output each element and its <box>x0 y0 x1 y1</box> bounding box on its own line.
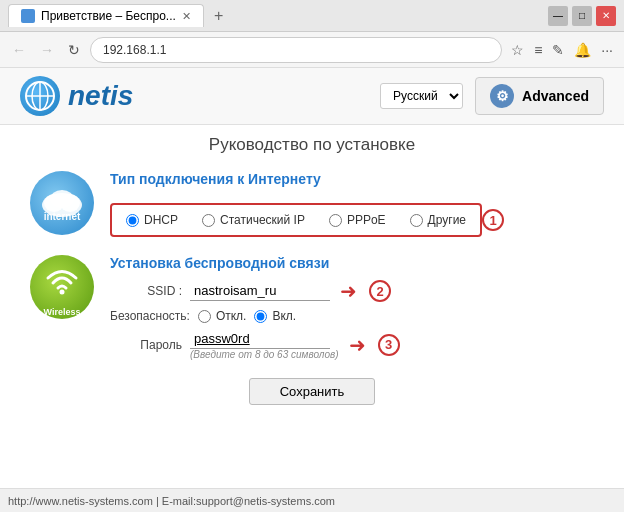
router-page: netis Русский ⚙ Advanced Руководство по … <box>0 68 624 488</box>
svg-point-7 <box>50 190 74 208</box>
advanced-label: Advanced <box>522 88 589 104</box>
static-ip-label: Статический IP <box>220 213 305 227</box>
pppoe-label: PPPoE <box>347 213 386 227</box>
ssid-input[interactable] <box>190 281 330 301</box>
pppoe-option[interactable]: PPPoE <box>329 213 386 227</box>
page-title: Руководство по установке <box>30 135 594 155</box>
wireless-section: Wireless Установка беспроводной связи SS… <box>30 255 594 360</box>
address-text: 192.168.1.1 <box>103 43 489 57</box>
tab-close-icon[interactable]: ✕ <box>182 10 191 23</box>
setup-content: Руководство по установке internet <box>0 125 624 420</box>
other-radio[interactable] <box>410 214 423 227</box>
address-bar[interactable]: 192.168.1.1 <box>90 37 502 63</box>
password-label: Пароль <box>110 338 182 352</box>
window-controls: — □ ✕ <box>548 6 616 26</box>
internet-icon: internet <box>30 171 94 235</box>
minimize-button[interactable]: — <box>548 6 568 26</box>
wireless-form: SSID : ➜ 2 Безопасность: Откл. <box>110 279 594 360</box>
internet-label-icon: internet <box>40 183 84 222</box>
security-on-radio[interactable] <box>254 310 267 323</box>
other-label: Другие <box>428 213 466 227</box>
browser-titlebar: Приветствие – Беспро... ✕ + — □ ✕ <box>0 0 624 32</box>
static-ip-option[interactable]: Статический IP <box>202 213 305 227</box>
router-header: netis Русский ⚙ Advanced <box>0 68 624 125</box>
edit-icon[interactable]: ✎ <box>549 40 567 60</box>
save-row: Сохранить <box>30 378 594 405</box>
gear-icon: ⚙ <box>490 84 514 108</box>
nav-icons: ☆ ≡ ✎ 🔔 ··· <box>508 40 616 60</box>
header-right: Русский ⚙ Advanced <box>380 77 604 115</box>
back-button[interactable]: ← <box>8 40 30 60</box>
other-option[interactable]: Другие <box>410 213 466 227</box>
wireless-text: Wireless <box>41 307 83 317</box>
svg-point-8 <box>60 290 65 295</box>
logo-text: netis <box>68 80 133 112</box>
active-tab[interactable]: Приветствие – Беспро... ✕ <box>8 4 204 27</box>
bookmark-icon[interactable]: ☆ <box>508 40 527 60</box>
security-on-option[interactable]: Вкл. <box>254 309 296 323</box>
annotation-1: 1 <box>482 209 504 231</box>
wireless-icon: Wireless <box>30 255 94 319</box>
tab-favicon <box>21 9 35 23</box>
menu-icon[interactable]: ≡ <box>531 40 545 60</box>
language-select[interactable]: Русский <box>380 83 463 109</box>
wireless-section-body: Установка беспроводной связи SSID : ➜ 2 … <box>110 255 594 360</box>
dhcp-radio[interactable] <box>126 214 139 227</box>
browser-navbar: ← → ↻ 192.168.1.1 ☆ ≡ ✎ 🔔 ··· <box>0 32 624 68</box>
logo-icon <box>20 76 60 116</box>
advanced-button[interactable]: ⚙ Advanced <box>475 77 604 115</box>
more-icon[interactable]: ··· <box>598 40 616 60</box>
static-ip-radio[interactable] <box>202 214 215 227</box>
security-off-radio[interactable] <box>198 310 211 323</box>
pppoe-radio[interactable] <box>329 214 342 227</box>
dhcp-label: DHCP <box>144 213 178 227</box>
annotation-2: 2 <box>369 280 391 302</box>
maximize-button[interactable]: □ <box>572 6 592 26</box>
dhcp-option[interactable]: DHCP <box>126 213 178 227</box>
tab-area: Приветствие – Беспро... ✕ + <box>8 4 544 27</box>
internet-section-body: Тип подключения к Интернету DHCP Статиче… <box>110 171 594 237</box>
connection-type-box: DHCP Статический IP PPPoE <box>110 203 482 237</box>
status-text: http://www.netis-systems.com | E-mail:su… <box>8 495 335 507</box>
security-off-label: Откл. <box>216 309 247 323</box>
password-arrow-icon: ➜ <box>349 333 366 357</box>
password-input[interactable] <box>190 329 330 349</box>
password-row: Пароль (Введите от 8 до 63 символов) ➜ 3 <box>110 329 594 360</box>
new-tab-button[interactable]: + <box>206 5 231 27</box>
close-button[interactable]: ✕ <box>596 6 616 26</box>
wireless-section-label: Установка беспроводной связи <box>110 255 594 271</box>
security-label: Безопасность: <box>110 309 190 323</box>
security-on-label: Вкл. <box>272 309 296 323</box>
bell-icon[interactable]: 🔔 <box>571 40 594 60</box>
internet-section: internet Тип подключения к Интернету DHC… <box>30 171 594 237</box>
ssid-label: SSID : <box>110 284 182 298</box>
security-row: Безопасность: Откл. Вкл. <box>110 309 594 323</box>
save-button[interactable]: Сохранить <box>249 378 376 405</box>
annotation-3: 3 <box>378 334 400 356</box>
refresh-button[interactable]: ↻ <box>64 40 84 60</box>
wifi-symbol: Wireless <box>41 257 83 317</box>
security-off-option[interactable]: Откл. <box>198 309 247 323</box>
password-hint: (Введите от 8 до 63 символов) <box>190 349 339 360</box>
ssid-row: SSID : ➜ 2 <box>110 279 594 303</box>
internet-text: internet <box>40 211 84 223</box>
tab-title: Приветствие – Беспро... <box>41 9 176 23</box>
netis-logo: netis <box>20 76 133 116</box>
forward-button[interactable]: → <box>36 40 58 60</box>
internet-section-label: Тип подключения к Интернету <box>110 171 321 187</box>
status-bar: http://www.netis-systems.com | E-mail:su… <box>0 488 624 512</box>
ssid-arrow-icon: ➜ <box>340 279 357 303</box>
